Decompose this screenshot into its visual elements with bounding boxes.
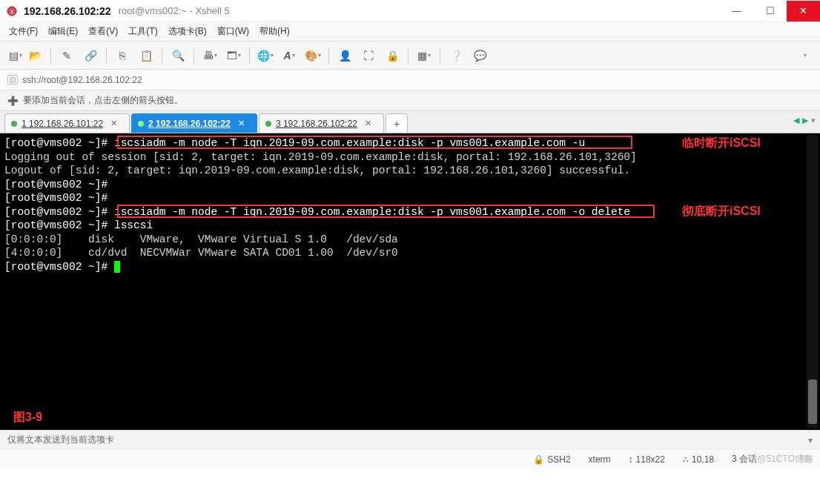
window-title-sub: root@vms002:~ - Xshell 5 [119, 5, 230, 16]
send-to-bar[interactable]: 仅将文本发送到当前选项卡 ▾ [0, 430, 820, 449]
open-button[interactable]: 📂 [25, 46, 44, 65]
minimize-button[interactable]: — [720, 1, 753, 21]
window-icon: 🗔 [227, 50, 237, 62]
terminal[interactable]: [root@vms002 ~]# iscsiadm -m node -T iqn… [0, 133, 820, 430]
reconnect-button[interactable]: ✎ [57, 46, 76, 65]
session-tabs: 1 192.168.26.101:22 ✕ 2 192.168.26.102:2… [0, 111, 820, 133]
tab-label: 3 192.168.26.102:22 [276, 119, 357, 129]
separator [50, 47, 51, 64]
terminal-line: [4:0:0:0] cd/dvd NECVMWar VMware SATA CD… [4, 246, 816, 260]
speech-icon: 💬 [474, 50, 486, 62]
globe-icon: 🌐 [257, 50, 270, 62]
menubar: 文件(F) 编辑(E) 查看(V) 工具(T) 选项卡(B) 窗口(W) 帮助(… [0, 22, 820, 42]
status-dot-icon [138, 121, 144, 127]
status-bar: 🔒 SSH2 xterm ↕ 118x22 ∴ 10,18 3 会话 ⇪ ⌨ @… [0, 449, 820, 468]
window-title-main: 192.168.26.102:22 [24, 5, 111, 17]
terminal-line: [root@vms002 ~]# [4, 260, 816, 274]
separator [440, 47, 440, 64]
terminal-cursor [114, 261, 120, 273]
copy-button[interactable]: ⎘ [113, 46, 132, 65]
help-icon: ❔ [450, 50, 463, 62]
find-button[interactable]: 🔍 [168, 46, 188, 65]
fullscreen-icon: ⛶ [363, 50, 374, 62]
tab-menu-icon[interactable]: ▾ [811, 116, 816, 125]
copy-icon: ⎘ [119, 50, 125, 62]
terminal-line: [root@vms002 ~]# lsscsi [4, 219, 816, 233]
app-icon: x [6, 5, 18, 17]
tab-close-icon[interactable]: ✕ [110, 119, 117, 128]
font-button[interactable]: A▾ [280, 46, 299, 65]
tab-scroll-right-icon[interactable]: ▶ [802, 116, 808, 125]
status-dot-icon [11, 121, 17, 127]
menu-window[interactable]: 窗口(W) [217, 25, 249, 38]
address-history-icon[interactable]: ⊡ [7, 75, 18, 84]
menu-help[interactable]: 帮助(H) [259, 25, 290, 38]
search-icon: 🔍 [172, 50, 185, 62]
tab-session-1[interactable]: 1 192.168.26.101:22 ✕ [4, 113, 130, 133]
terminal-scrollbar[interactable] [807, 135, 819, 428]
annotation-label-1: 临时断开iSCSI [682, 136, 761, 150]
menu-view[interactable]: 查看(V) [88, 25, 118, 38]
status-dot-icon [265, 121, 271, 127]
send-dropdown-icon[interactable]: ▾ [808, 435, 813, 445]
terminal-line: Logout of [sid: 2, target: iqn.2019-09.c… [4, 164, 816, 178]
feedback-button[interactable]: 💬 [470, 46, 489, 65]
toolbar: ▤▾ 📂 ✎ 🔗 ⎘ 📋 🔍 🖶▾ 🗔▾ 🌐▾ A▾ 🎨▾ 👤 ⛶ 🔒 ▦▾ ❔… [0, 42, 820, 70]
encoding-button[interactable]: 🌐▾ [256, 46, 275, 65]
titlebar: x 192.168.26.102:22 root@vms002:~ - Xshe… [0, 0, 820, 22]
send-to-text: 仅将文本发送到当前选项卡 [7, 434, 114, 446]
folder-icon: 📂 [29, 50, 42, 62]
close-button[interactable]: ✕ [787, 1, 820, 21]
help-button[interactable]: ❔ [446, 46, 466, 65]
svg-text:x: x [10, 7, 14, 16]
hint-text: 要添加当前会话，点击左侧的箭头按钮。 [23, 94, 183, 107]
paste-button[interactable]: 📋 [136, 46, 156, 65]
annotation-label-2: 彻底断开iSCSI [682, 205, 761, 219]
status-sessions: 3 会话 [732, 453, 757, 465]
watermark: @51CTO博客 [757, 453, 813, 465]
lock-button[interactable]: 🔒 [383, 46, 402, 65]
tab-label: 1 192.168.26.101:22 [22, 119, 103, 129]
print-button[interactable]: 🖶▾ [200, 46, 219, 65]
print-icon: 🖶 [203, 50, 214, 62]
hint-bar: ➕ 要添加当前会话，点击左侧的箭头按钮。 [0, 90, 820, 111]
link-break-icon: 🔗 [85, 50, 97, 62]
status-termtype: xterm [589, 454, 611, 465]
pencil-icon: ✎ [62, 50, 71, 62]
lock-icon: 🔒 [386, 50, 399, 62]
separator [328, 47, 329, 64]
tab-session-2[interactable]: 2 192.168.26.102:22 ✕ [131, 113, 257, 133]
arrow-add-icon[interactable]: ➕ [7, 96, 19, 106]
menu-file[interactable]: 文件(F) [9, 25, 38, 38]
toolbar-overflow[interactable]: ▾ [795, 46, 814, 65]
status-size: ↕ 118x22 [629, 454, 665, 465]
properties-button[interactable]: 🗔▾ [224, 46, 243, 65]
paste-icon: 📋 [140, 50, 153, 62]
color-button[interactable]: 🎨▾ [303, 46, 323, 65]
address-url: ssh://root@192.168.26.102:22 [22, 75, 142, 85]
terminal-line: [root@vms002 ~]# [4, 191, 816, 205]
tab-close-icon[interactable]: ✕ [238, 119, 245, 128]
maximize-button[interactable]: ☐ [753, 1, 787, 21]
separator [194, 47, 194, 64]
terminal-line: Logging out of session [sid: 2, target: … [4, 150, 816, 165]
layout-button[interactable]: ▦▾ [414, 46, 434, 65]
tab-add-button[interactable]: + [386, 113, 408, 133]
tab-close-icon[interactable]: ✕ [365, 119, 371, 128]
disconnect-button[interactable]: 🔗 [81, 46, 100, 65]
menu-tools[interactable]: 工具(T) [128, 25, 157, 38]
fullscreen-button[interactable]: ⛶ [359, 46, 378, 65]
menu-edit[interactable]: 编辑(E) [48, 25, 78, 38]
new-session-button[interactable]: ▤▾ [6, 46, 25, 65]
tab-session-3[interactable]: 3 192.168.26.102:22 ✕ [259, 113, 384, 133]
scrollbar-thumb[interactable] [808, 379, 817, 424]
user-button[interactable]: 👤 [335, 46, 354, 65]
window-controls: — ☐ ✕ [720, 1, 820, 21]
terminal-line: [root@vms002 ~]# [4, 178, 816, 192]
tab-label: 2 192.168.26.102:22 [148, 119, 231, 129]
address-bar[interactable]: ⊡ ssh://root@192.168.26.102:22 [0, 70, 820, 90]
tab-scroll-left-icon[interactable]: ◀ [793, 116, 799, 125]
separator [408, 47, 409, 64]
menu-tab[interactable]: 选项卡(B) [168, 25, 207, 38]
separator [106, 47, 107, 64]
